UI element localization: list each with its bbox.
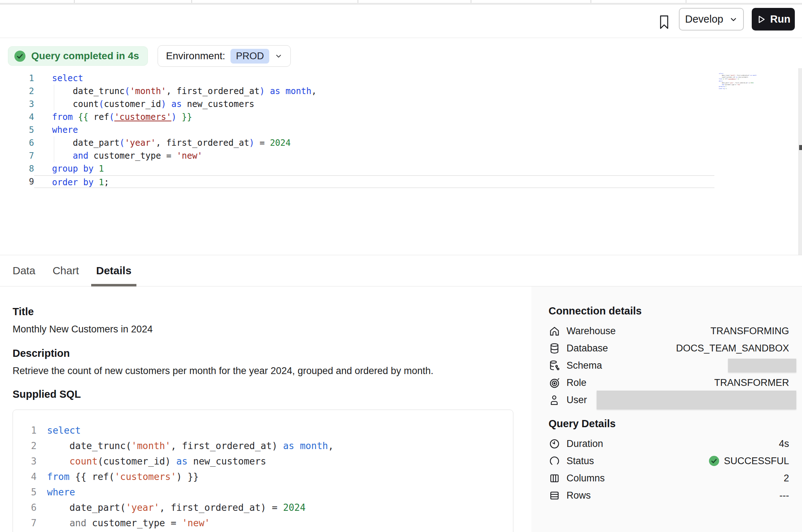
- duration-icon: [549, 438, 561, 450]
- status-icon: [549, 455, 561, 467]
- detail-label: Warehouse: [566, 326, 616, 337]
- browser-tab-divider: [74, 0, 75, 3]
- bookmark-button[interactable]: [656, 12, 672, 33]
- connection-row: Schema: [549, 357, 789, 374]
- schema-icon: [549, 359, 561, 372]
- code-line: 1select: [0, 72, 714, 85]
- description-value: Retrieve the count of new customers per …: [13, 365, 531, 377]
- code-line: 3 count(customer_id) as new_customers: [13, 454, 513, 469]
- code-line: 7 and customer_type = 'new': [13, 515, 513, 531]
- chevron-down-icon: [275, 52, 283, 60]
- rows-icon: [549, 489, 561, 501]
- description-heading: Description: [13, 347, 531, 359]
- detail-label: Role: [566, 377, 587, 388]
- environment-label: Environment:: [166, 50, 225, 62]
- run-button[interactable]: Run: [752, 8, 795, 31]
- browser-tab-divider: [591, 0, 591, 3]
- line-number: 7: [0, 149, 34, 162]
- connection-row: User: [549, 391, 789, 409]
- details-side-panel: Connection details WarehouseTRANSFORMING…: [531, 286, 802, 532]
- title-value: Monthly New Customers in 2024: [13, 324, 531, 335]
- connection-details-heading: Connection details: [549, 305, 789, 317]
- redacted-value: [728, 359, 796, 372]
- environment-select[interactable]: Environment: PROD: [158, 45, 291, 67]
- detail-label: Schema: [566, 360, 602, 371]
- detail-label: Database: [566, 343, 608, 354]
- code-line: 8group by 1: [0, 162, 714, 175]
- line-number: 2: [13, 438, 37, 454]
- browser-tab-divider: [471, 0, 471, 3]
- query-detail-row: Columns2: [549, 470, 789, 487]
- query-status-text: Query completed in 4s: [31, 50, 139, 62]
- detail-value: TRANSFORMING: [710, 326, 789, 337]
- develop-button-label: Develop: [685, 13, 723, 25]
- supplied-sql-heading: Supplied SQL: [13, 388, 531, 400]
- query-detail-row: StatusSUCCESSFUL: [549, 452, 789, 470]
- line-number: 1: [13, 423, 37, 438]
- code-line: 6 date_part('year', first_ordered_at) = …: [13, 500, 513, 515]
- editor-minimap-code: select date_trunc('month', first_ordered…: [716, 73, 756, 89]
- line-number: 6: [13, 500, 37, 515]
- code-line: 1select: [13, 423, 513, 438]
- supplied-sql-code-block: 1select2 date_trunc('month', first_order…: [13, 410, 513, 532]
- line-number: 5: [13, 485, 37, 500]
- code-line: order by 1;: [716, 88, 756, 89]
- warehouse-icon: [549, 325, 561, 337]
- query-details-heading: Query Details: [549, 418, 789, 430]
- detail-value: 4s: [779, 438, 789, 449]
- header-bar: Develop Run: [0, 5, 802, 38]
- environment-badge: PROD: [230, 49, 269, 64]
- tab-data[interactable]: Data: [8, 255, 40, 286]
- detail-value: DOCS_TEAM_SANDBOX: [676, 343, 789, 354]
- line-number: 8: [0, 162, 34, 175]
- tab-chart[interactable]: Chart: [47, 255, 84, 286]
- code-line: 2 date_trunc('month', first_ordered_at) …: [13, 438, 513, 454]
- results-tabbar: DataChartDetails: [0, 255, 802, 286]
- line-number: 4: [13, 469, 37, 485]
- line-number: 6: [0, 136, 34, 149]
- details-main-panel: Title Monthly New Customers in 2024 Desc…: [0, 286, 531, 532]
- code-line: 5where: [0, 123, 714, 136]
- detail-label: Rows: [566, 490, 591, 501]
- bookmark-icon: [658, 14, 670, 30]
- editor-minimap[interactable]: select date_trunc('month', first_ordered…: [716, 73, 756, 93]
- check-circle-icon: [13, 50, 27, 63]
- redacted-value: [597, 391, 796, 409]
- detail-label: Status: [566, 456, 594, 467]
- play-icon: [756, 14, 766, 24]
- detail-value: ---: [779, 490, 789, 501]
- code-line: 6 date_part('year', first_ordered_at) = …: [0, 136, 714, 149]
- code-line: 2 date_trunc('month', first_ordered_at) …: [0, 85, 714, 98]
- line-number: 1: [0, 72, 34, 85]
- check-circle-icon: [708, 455, 720, 467]
- code-line: 4from {{ ref('customers') }}: [13, 469, 513, 485]
- role-icon: [549, 377, 561, 389]
- window-top-strip: [0, 0, 802, 5]
- tab-details[interactable]: Details: [91, 255, 136, 286]
- browser-tab-divider: [358, 0, 358, 3]
- line-number: 9: [0, 175, 34, 188]
- code-line: 9order by 1;: [0, 175, 714, 188]
- user-icon: [549, 394, 561, 406]
- develop-button[interactable]: Develop: [679, 8, 744, 31]
- query-status-pill: Query completed in 4s: [8, 46, 148, 66]
- detail-label: Duration: [566, 438, 603, 449]
- code-line: 7 and customer_type = 'new': [0, 149, 714, 162]
- code-line: 3 count(customer_id) as new_customers: [0, 98, 714, 111]
- query-detail-row: Duration4s: [549, 435, 789, 452]
- code-line: 4from {{ ref('customers') }}: [0, 111, 714, 123]
- connection-row: DatabaseDOCS_TEAM_SANDBOX: [549, 340, 789, 357]
- columns-icon: [549, 472, 561, 484]
- connection-row: RoleTRANSFORMER: [549, 374, 789, 391]
- code-line: 5where: [13, 485, 513, 500]
- sql-editor[interactable]: 1select2 date_trunc('month', first_order…: [0, 72, 714, 188]
- title-heading: Title: [13, 306, 531, 318]
- line-number: 7: [13, 515, 37, 531]
- status-success-badge: SUCCESSFUL: [708, 455, 789, 467]
- chevron-down-icon: [729, 15, 738, 24]
- line-number: 2: [0, 85, 34, 98]
- detail-value: TRANSFORMER: [714, 377, 789, 388]
- line-number: 4: [0, 111, 34, 123]
- detail-label: Columns: [566, 473, 605, 484]
- scrollbar-thumb[interactable]: [799, 145, 802, 150]
